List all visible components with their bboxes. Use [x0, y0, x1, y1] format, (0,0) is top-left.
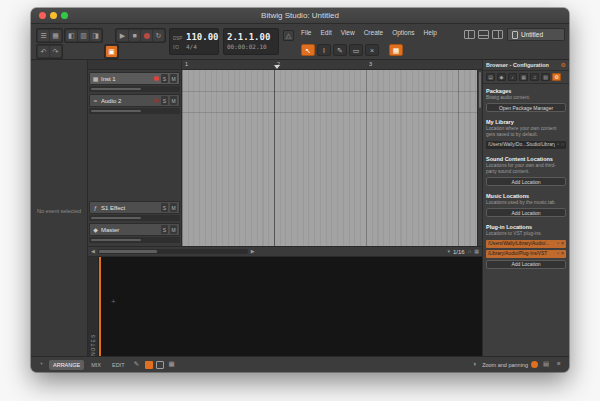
minimize-button[interactable]: [50, 12, 57, 19]
undo-icon[interactable]: ↶: [38, 46, 49, 57]
track-name[interactable]: Audio 2: [101, 98, 152, 104]
devices-tab-icon[interactable]: ▤: [486, 73, 495, 81]
time-signature-value[interactable]: 4/4: [186, 44, 197, 50]
macos-titlebar[interactable]: Bitwig Studio: Untitled: [31, 8, 569, 24]
plugin-path-field[interactable]: /Users/Wally/Library/Audio/... ▫ ×: [486, 240, 566, 248]
files-tab-icon[interactable]: ▧: [541, 73, 550, 81]
notification-dot-icon[interactable]: [531, 361, 538, 368]
io-panel-icon[interactable]: ▦: [50, 30, 61, 41]
view-button-edit[interactable]: EDIT: [108, 360, 129, 370]
project-panel-icon[interactable]: ☰: [38, 30, 49, 41]
arrange-layout-icon[interactable]: ◧: [66, 30, 77, 41]
time-selection-tool-button[interactable]: I: [317, 44, 331, 56]
remove-path-icon[interactable]: ×: [561, 251, 564, 256]
maximize-button[interactable]: [61, 12, 68, 19]
stop-button[interactable]: ■: [129, 30, 140, 41]
scroll-left-icon[interactable]: ◀: [91, 249, 95, 254]
left-panel-toggle-icon[interactable]: [464, 30, 475, 39]
position-display[interactable]: 2.1.1.00 00:00:02.10: [223, 28, 279, 55]
browse-folder-icon[interactable]: ▫: [557, 251, 559, 256]
record-arm-button[interactable]: [154, 76, 159, 81]
display-mode-icon[interactable]: ◔: [36, 360, 46, 370]
pencil-tool-button[interactable]: ✎: [333, 44, 347, 56]
snap-menu-icon[interactable]: ▾: [447, 249, 450, 254]
close-button[interactable]: [39, 12, 46, 19]
magnet-icon[interactable]: ∩: [468, 249, 472, 254]
track-name[interactable]: Master: [101, 227, 159, 233]
dual-display-icon[interactable]: [156, 361, 164, 369]
redo-icon[interactable]: ↷: [50, 46, 61, 57]
add-location-button[interactable]: Add Location: [486, 260, 566, 269]
editor-tab-strip[interactable]: NOTES: [88, 257, 99, 356]
track-header-inst-1[interactable]: ▦ Inst 1 S M: [89, 72, 180, 85]
menu-options[interactable]: Options: [392, 29, 414, 36]
bottom-panel-toggle-icon[interactable]: [478, 30, 489, 39]
solo-button[interactable]: S: [161, 74, 168, 83]
track-header-s1-effect[interactable]: ƒ S1 Effect S M: [89, 201, 180, 214]
track-header-master[interactable]: ◆ Master S M: [89, 223, 180, 236]
add-location-button[interactable]: Add Location: [486, 177, 566, 186]
plugin-path-field[interactable]: /Library/Audio/Plug-Ins/VST ▫ ×: [486, 250, 566, 258]
mute-button[interactable]: M: [170, 225, 177, 234]
knife-tool-button[interactable]: ×: [365, 44, 379, 56]
gear-icon[interactable]: ⚙: [561, 62, 566, 68]
tempo-value[interactable]: 110.00: [186, 33, 219, 42]
track-header-audio-2[interactable]: ≈ Audio 2 S M: [89, 94, 180, 107]
playhead-marker-icon[interactable]: [274, 65, 280, 69]
mute-button[interactable]: M: [170, 203, 177, 212]
record-button[interactable]: [141, 30, 152, 41]
metronome-button[interactable]: △: [283, 30, 294, 41]
mix-layout-icon[interactable]: ▥: [78, 30, 89, 41]
follow-playback-icon[interactable]: [145, 361, 153, 369]
scroll-right-icon[interactable]: ▶: [251, 249, 255, 254]
browse-folder-icon[interactable]: ▫: [557, 241, 559, 246]
menu-help[interactable]: Help: [424, 29, 437, 36]
time-value[interactable]: 00:00:02.10: [227, 44, 267, 50]
position-value[interactable]: 2.1.1.00: [227, 33, 270, 42]
menu-icon[interactable]: ≡: [554, 360, 564, 370]
configuration-tab-icon[interactable]: ⚙: [552, 73, 561, 81]
grid-snap-icon[interactable]: ▦: [474, 249, 479, 254]
loop-button[interactable]: ↻: [153, 30, 164, 41]
play-button[interactable]: ▶: [117, 30, 128, 41]
record-arm-button[interactable]: [154, 98, 159, 103]
remove-path-icon[interactable]: ×: [561, 241, 564, 246]
horizontal-scrollbar[interactable]: [98, 249, 248, 254]
notes-editor-tab[interactable]: NOTES: [90, 262, 96, 356]
add-location-button[interactable]: Add Location: [486, 208, 566, 217]
mixer-grid-icon[interactable]: ▦: [167, 360, 177, 370]
menu-file[interactable]: File: [301, 29, 311, 36]
list-icon[interactable]: ▤: [541, 360, 551, 370]
browse-folder-icon[interactable]: ▫: [557, 142, 559, 147]
add-clip-icon[interactable]: +: [111, 297, 116, 306]
right-panel-toggle-icon[interactable]: [492, 30, 503, 39]
snap-toggle-button[interactable]: ▦: [389, 44, 403, 56]
view-button-arrange[interactable]: ARRANGE: [49, 360, 84, 370]
editor-canvas[interactable]: +: [101, 257, 482, 356]
arrangement-grid[interactable]: [182, 70, 482, 246]
track-name[interactable]: Inst 1: [101, 76, 152, 82]
snap-value[interactable]: 1/16: [453, 249, 465, 255]
samples-tab-icon[interactable]: ♪: [508, 73, 517, 81]
presets-tab-icon[interactable]: ◆: [497, 73, 506, 81]
automation-write-icon[interactable]: ▣: [106, 46, 117, 57]
zoom-mode-icon[interactable]: ◑: [469, 360, 479, 370]
menu-create[interactable]: Create: [364, 29, 384, 36]
timeline-ruler[interactable]: 1 2 3: [88, 60, 482, 70]
view-button-mix[interactable]: MIX: [87, 360, 105, 370]
library-path-field[interactable]: /Users/Wally/Do...Studio/Library ▫ ○: [486, 141, 566, 149]
solo-button[interactable]: S: [161, 225, 168, 234]
music-tab-icon[interactable]: ♫: [530, 73, 539, 81]
reset-path-icon[interactable]: ○: [561, 142, 564, 147]
ruler-track[interactable]: 1 2 3: [182, 60, 482, 69]
automation-icon[interactable]: ✎: [132, 360, 142, 370]
track-name[interactable]: S1 Effect: [101, 205, 159, 211]
vertical-scrollbar[interactable]: [477, 70, 482, 246]
mute-button[interactable]: M: [170, 74, 177, 83]
pointer-tool-button[interactable]: ↖: [301, 44, 315, 56]
open-package-manager-button[interactable]: Open Package Manager: [486, 103, 566, 112]
menu-edit[interactable]: Edit: [320, 29, 331, 36]
menu-view[interactable]: View: [341, 29, 355, 36]
multisamples-tab-icon[interactable]: ▦: [519, 73, 528, 81]
solo-button[interactable]: S: [161, 203, 168, 212]
